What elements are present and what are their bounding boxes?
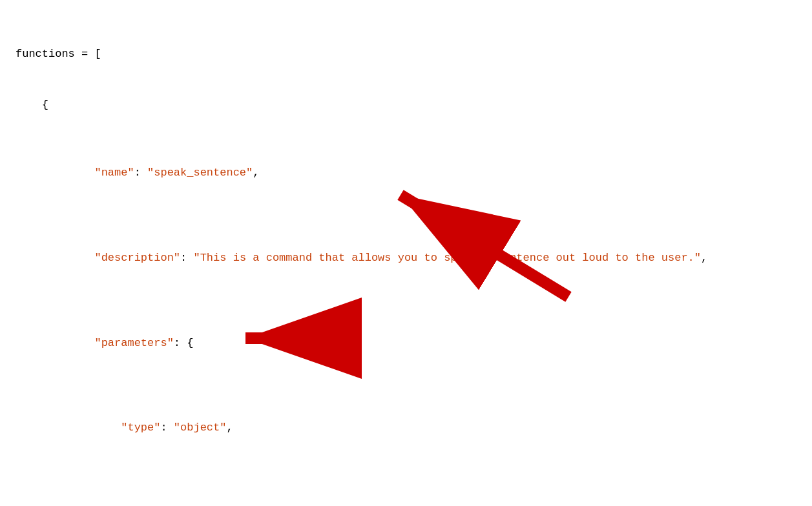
code-display: functions = [ { "name": "speak_sentence"… (16, 12, 796, 506)
line-5: "parameters": { (16, 318, 796, 369)
line-7: "properties": { (16, 488, 796, 506)
line-2: { (16, 97, 796, 114)
line-6: "type": "object", (16, 403, 796, 454)
line-4: "description": "This is a command that a… (16, 232, 796, 283)
line-1: functions = [ (16, 46, 796, 63)
line-3: "name": "speak_sentence", (16, 148, 796, 199)
